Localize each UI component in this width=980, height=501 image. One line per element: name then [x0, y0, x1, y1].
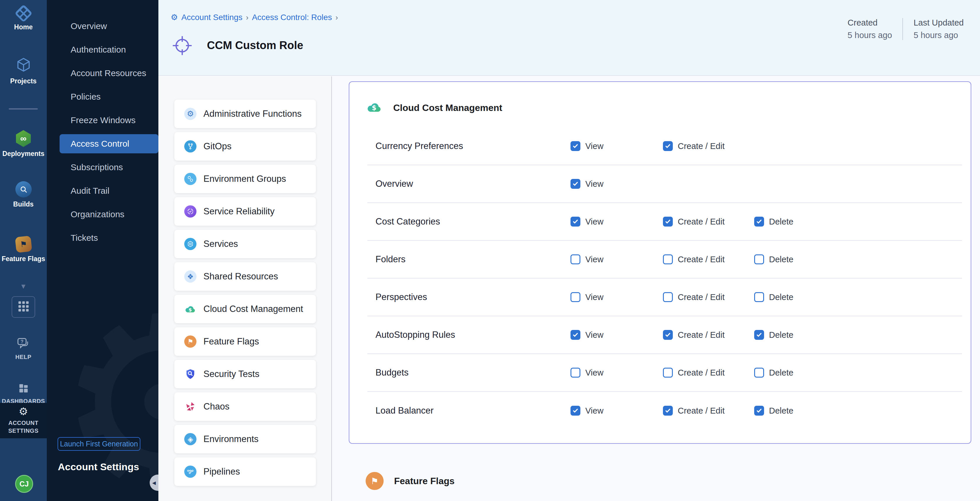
permission-delete: Delete — [754, 292, 794, 302]
nav-builds[interactable]: Builds — [0, 181, 47, 208]
cloud-dollar-icon: $ — [184, 303, 196, 315]
sidebar-item-account-resources[interactable]: Account Resources — [47, 61, 158, 85]
gear-icon: ⚙ — [19, 406, 28, 417]
breadcrumb: ⚙ Account Settings › Access Control: Rol… — [170, 13, 338, 22]
nav-projects-label: Projects — [10, 77, 37, 85]
load-balancer-create-edit-checkbox[interactable] — [663, 406, 673, 415]
help-chat-icon: ? — [17, 338, 30, 351]
page-header: ⚙ Account Settings › Access Control: Rol… — [158, 0, 980, 76]
category-item-service-reliability[interactable]: Service Reliability — [174, 197, 316, 226]
nav-help[interactable]: ? HELP — [0, 338, 47, 361]
category-label: Pipelines — [204, 466, 240, 477]
nav-deployments[interactable]: ∞ Deployments — [0, 130, 47, 158]
permission-row-label: Folders — [375, 254, 406, 265]
budgets-view-checkbox[interactable] — [571, 368, 581, 377]
permission-row-overview: OverviewView — [368, 165, 962, 203]
permission-label: Create / Edit — [678, 217, 724, 227]
nav-account-settings[interactable]: ⚙ ACCOUNTSETTINGS — [0, 403, 47, 438]
currency-preferences-create-edit-checkbox[interactable] — [663, 141, 673, 151]
sidebar-item-authentication[interactable]: Authentication — [47, 38, 158, 61]
permission-label: Create / Edit — [678, 368, 724, 377]
cost-categories-view-checkbox[interactable] — [571, 217, 581, 227]
nav-feature-flags[interactable]: ⚑ Feature Flags — [0, 236, 47, 263]
sidebar-item-tickets[interactable]: Tickets — [47, 226, 158, 249]
category-item-cloud-cost-management[interactable]: $Cloud Cost Management — [174, 295, 316, 323]
perspectives-view-checkbox[interactable] — [571, 292, 581, 302]
chevron-down-icon[interactable]: ▼ — [0, 282, 47, 290]
permission-label: Delete — [769, 255, 794, 264]
perspectives-create-edit-checkbox[interactable] — [663, 292, 673, 302]
permission-create-edit: Create / Edit — [663, 292, 724, 302]
nav-help-label: HELP — [15, 353, 32, 361]
sidebar-menu: OverviewAuthenticationAccount ResourcesP… — [47, 14, 158, 249]
sidebar-item-organizations[interactable]: Organizations — [47, 203, 158, 226]
user-avatar[interactable]: CJ — [15, 475, 33, 493]
cost-categories-delete-checkbox[interactable] — [754, 217, 764, 227]
category-item-chaos[interactable]: Chaos — [174, 392, 316, 421]
sidebar-item-label: Freeze Windows — [71, 115, 135, 125]
breadcrumb-access-control-roles[interactable]: Access Control: Roles — [252, 13, 332, 22]
permission-view: View — [571, 254, 603, 264]
nav-home[interactable]: Home — [0, 5, 47, 31]
category-item-gitops[interactable]: GitOps — [174, 132, 316, 161]
breadcrumb-separator: › — [246, 13, 248, 22]
sidebar-item-label: Authentication — [71, 45, 126, 55]
sidebar-item-freeze-windows[interactable]: Freeze Windows — [47, 108, 158, 132]
perspectives-delete-checkbox[interactable] — [754, 292, 764, 302]
permission-rows: Currency PreferencesViewCreate / EditOve… — [368, 127, 962, 430]
sidebar-item-audit-trail[interactable]: Audit Trail — [47, 179, 158, 203]
sidebar-item-label: Access Control — [71, 139, 129, 149]
module-selector-button[interactable] — [12, 296, 35, 318]
sidebar-item-subscriptions[interactable]: Subscriptions — [47, 155, 158, 179]
category-item-services[interactable]: Services — [174, 230, 316, 258]
cost-categories-create-edit-checkbox[interactable] — [663, 217, 673, 227]
permission-label: Delete — [769, 292, 794, 302]
sidebar-item-access-control[interactable]: Access Control — [60, 134, 158, 153]
nav-dashboards[interactable]: DASHBOARDS — [0, 383, 47, 405]
breadcrumb-account-settings[interactable]: Account Settings — [181, 13, 242, 22]
overview-view-checkbox[interactable] — [571, 179, 581, 189]
permission-row-budgets: BudgetsViewCreate / EditDelete — [368, 354, 962, 392]
permission-create-edit: Create / Edit — [663, 368, 724, 377]
category-item-pipelines[interactable]: Pipelines — [174, 457, 316, 486]
category-item-shared-resources[interactable]: ❖Shared Resources — [174, 262, 316, 291]
budgets-create-edit-checkbox[interactable] — [663, 368, 673, 377]
nav-projects[interactable]: Projects — [0, 56, 47, 85]
sidebar-footer-title: Account Settings — [58, 461, 139, 472]
category-item-environments[interactable]: ◈Environments — [174, 425, 316, 453]
permission-delete: Delete — [754, 330, 794, 340]
permissions-main-area: $ Cloud Cost Management Currency Prefere… — [332, 76, 980, 501]
permission-row-cost-categories: Cost CategoriesViewCreate / EditDelete — [368, 203, 962, 241]
category-item-security-tests[interactable]: Security Tests — [174, 360, 316, 388]
folders-delete-checkbox[interactable] — [754, 254, 764, 264]
permission-create-edit: Create / Edit — [663, 217, 724, 227]
permission-view: View — [571, 179, 603, 189]
load-balancer-delete-checkbox[interactable] — [754, 406, 764, 415]
permission-label: Delete — [769, 217, 794, 227]
permission-view: View — [571, 406, 603, 415]
budgets-delete-checkbox[interactable] — [754, 368, 764, 377]
category-item-environment-groups[interactable]: Environment Groups — [174, 165, 316, 193]
currency-preferences-view-checkbox[interactable] — [571, 141, 581, 151]
category-item-administrative-functions[interactable]: ⚙Administrative Functions — [174, 100, 316, 128]
launch-first-generation-button[interactable]: Launch First Generation — [57, 437, 140, 451]
autostopping-rules-delete-checkbox[interactable] — [754, 330, 764, 340]
permission-label: View — [585, 141, 603, 151]
permission-view: View — [571, 292, 603, 302]
permission-label: Delete — [769, 330, 794, 340]
sidebar-collapse-button[interactable]: ◀ — [150, 474, 158, 491]
sidebar-item-policies[interactable]: Policies — [47, 85, 158, 108]
created-label: Created — [848, 18, 892, 28]
folders-view-checkbox[interactable] — [571, 254, 581, 264]
permission-row-autostopping-rules: AutoStopping RulesViewCreate / EditDelet… — [368, 316, 962, 354]
sidebar-item-overview[interactable]: Overview — [47, 14, 158, 38]
autostopping-rules-view-checkbox[interactable] — [571, 330, 581, 340]
reliability-icon — [184, 205, 196, 217]
category-label: Environments — [204, 434, 259, 444]
category-label: Environment Groups — [204, 174, 286, 184]
cloud-cost-icon: $ — [366, 99, 383, 117]
category-item-feature-flags[interactable]: ⚑Feature Flags — [174, 327, 316, 356]
folders-create-edit-checkbox[interactable] — [663, 254, 673, 264]
autostopping-rules-create-edit-checkbox[interactable] — [663, 330, 673, 340]
load-balancer-view-checkbox[interactable] — [571, 406, 581, 415]
